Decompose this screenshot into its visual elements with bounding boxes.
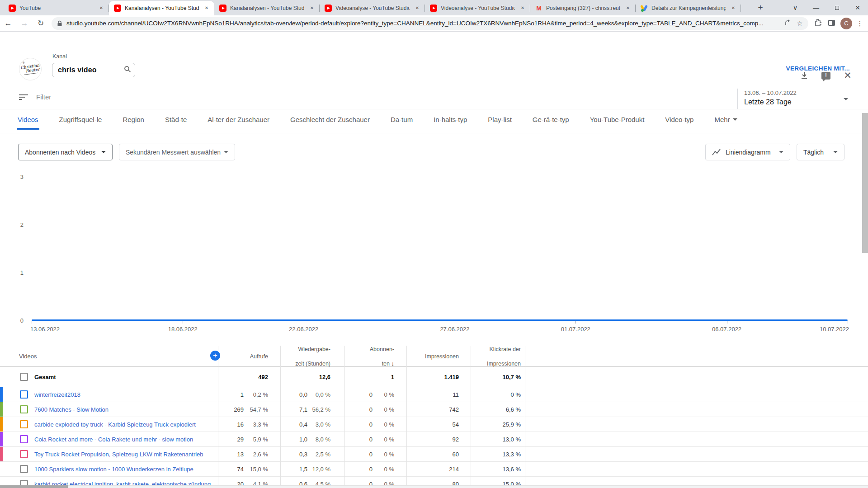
x-axis-label: 22.06.2022 bbox=[289, 326, 318, 333]
tab-video-typ[interactable]: Video-typ bbox=[664, 111, 694, 130]
y-axis-label: 0 bbox=[11, 317, 24, 324]
reload-icon[interactable]: ↻ bbox=[35, 19, 46, 28]
tab-zugriffsquel-le[interactable]: Zugriffsquel-le bbox=[58, 111, 103, 130]
address-bar[interactable]: studio.youtube.com/channel/UCOIw2TX6RNVw… bbox=[52, 17, 808, 30]
horizontal-scrollbar-thumb[interactable] bbox=[0, 485, 68, 488]
tab-st-d-te[interactable]: Städ-te bbox=[164, 111, 188, 130]
video-title-link[interactable]: 1000 Sparklers slow motion - 1000 Wunder… bbox=[34, 466, 193, 473]
video-checkbox[interactable] bbox=[20, 405, 28, 413]
video-checkbox[interactable] bbox=[20, 435, 28, 443]
tab-close-icon[interactable]: ✕ bbox=[203, 5, 210, 12]
tab-mehr[interactable]: Mehr bbox=[713, 111, 738, 130]
video-checkbox[interactable] bbox=[20, 450, 28, 458]
extensions-puzzle-icon[interactable] bbox=[811, 19, 825, 28]
column-header[interactable]: Wiedergabe-zeit (Stunden) bbox=[280, 346, 330, 367]
browser-tab[interactable]: MPosteingang (327) - chriss.reuter✕ bbox=[530, 1, 636, 15]
browser-menu-icon[interactable]: ⋮ bbox=[854, 19, 865, 28]
tab-close-icon[interactable]: ✕ bbox=[519, 5, 526, 12]
channel-search-box[interactable]: chris video bbox=[52, 63, 135, 77]
caret-down-icon bbox=[833, 151, 838, 153]
browser-tab[interactable]: Videoanalyse - YouTube Studio✕ bbox=[425, 1, 530, 15]
video-checkbox[interactable] bbox=[20, 420, 28, 428]
browser-tabs: YouTube✕Kanalanalysen - YouTube Studio✕K… bbox=[4, 0, 741, 15]
tab-geschlecht-der-zuschauer[interactable]: Geschlecht der Zuschauer bbox=[289, 111, 371, 130]
secondary-metric-select[interactable]: Sekundären Messwert auswählen bbox=[119, 144, 235, 160]
tab-close-icon[interactable]: ✕ bbox=[414, 5, 421, 12]
youtube-studio-analytics-page: ! ✕ ® Christian Reuter Kanal chris video… bbox=[0, 32, 868, 488]
share-icon[interactable] bbox=[782, 19, 794, 27]
caret-down-icon bbox=[733, 118, 737, 121]
tab-title: Videoanalyse - YouTube Studio bbox=[441, 5, 515, 11]
gmail-favicon-icon: M bbox=[535, 5, 542, 12]
browser-tab[interactable]: Kanalanalysen - YouTube Studio✕ bbox=[109, 1, 214, 15]
tab-da-tum[interactable]: Da-tum bbox=[390, 111, 414, 130]
tab-play-list[interactable]: Play-list bbox=[487, 111, 513, 130]
granularity-select[interactable]: Täglich bbox=[797, 144, 844, 160]
x-axis-tick bbox=[576, 321, 576, 324]
metric-select[interactable]: Abonnenten nach Videos bbox=[18, 144, 113, 160]
horizontal-scrollbar-track[interactable] bbox=[0, 485, 868, 488]
metric-cell: 7,156,2 % bbox=[280, 402, 330, 417]
table-row: 7600 Matches - Slow Motion26954,7 %7,156… bbox=[0, 402, 868, 417]
tab-videos[interactable]: Videos bbox=[17, 111, 39, 130]
tab-search-icon[interactable]: ∨ bbox=[785, 0, 806, 15]
browser-tab[interactable]: YouTube✕ bbox=[4, 1, 109, 15]
tab-you-tube-produkt[interactable]: You-Tube-Produkt bbox=[589, 111, 646, 130]
x-axis-tick bbox=[32, 321, 32, 324]
y-axis-label: 1 bbox=[11, 269, 24, 276]
compare-with-link[interactable]: VERGLEICHEN MIT... bbox=[786, 65, 850, 72]
videos-column-header[interactable]: Videos bbox=[19, 353, 37, 360]
column-header[interactable]: Aufrufe bbox=[218, 346, 268, 367]
filter-placeholder[interactable]: Filter bbox=[36, 93, 51, 101]
tab-in-halts-typ[interactable]: In-halts-typ bbox=[433, 111, 468, 130]
profile-avatar[interactable]: C bbox=[840, 18, 852, 29]
metric-cell: 0,00,0 % bbox=[280, 387, 330, 402]
back-icon[interactable]: ← bbox=[3, 19, 14, 28]
bookmark-star-icon[interactable]: ☆ bbox=[794, 19, 806, 28]
browser-tab[interactable]: Details zur Kampagnenleistung✕ bbox=[636, 1, 741, 15]
vertical-scrollbar-thumb[interactable] bbox=[862, 113, 868, 253]
chart-type-select[interactable]: Liniendiagramm bbox=[705, 144, 790, 160]
metric-cell: 10,7 % bbox=[471, 367, 521, 387]
video-checkbox[interactable] bbox=[20, 390, 28, 399]
tab-title: YouTube bbox=[19, 5, 94, 11]
tab-close-icon[interactable]: ✕ bbox=[98, 5, 105, 12]
tab-al-ter-der-zuschauer[interactable]: Al-ter der Zuschauer bbox=[207, 111, 270, 130]
video-title-link[interactable]: Cola Rocket and more - Cola Rakete und m… bbox=[34, 436, 193, 443]
x-axis-tick bbox=[304, 321, 304, 324]
series-color-strip bbox=[0, 387, 3, 402]
video-title-link[interactable]: winterfreizeit2018 bbox=[34, 391, 80, 398]
minimize-button[interactable]: — bbox=[806, 0, 826, 15]
x-axis-tick bbox=[455, 321, 455, 324]
tab-ge-r-te-typ[interactable]: Ge-rä-te-typ bbox=[532, 111, 570, 130]
column-header[interactable]: Abonnen-ten ↓ bbox=[344, 346, 394, 367]
forward-icon[interactable]: → bbox=[19, 19, 30, 28]
video-checkbox[interactable] bbox=[20, 373, 28, 381]
browser-tab[interactable]: Kanalanalysen - YouTube Studio✕ bbox=[214, 1, 320, 15]
chart-line-series-abonnenten[interactable] bbox=[32, 319, 848, 321]
video-title-link[interactable]: 7600 Matches - Slow Motion bbox=[34, 406, 108, 413]
tab-close-icon[interactable]: ✕ bbox=[308, 5, 316, 12]
date-range-selector[interactable]: 13.06. – 10.07.2022 Letzte 28 Tage bbox=[737, 89, 797, 109]
metric-cell: 0 % bbox=[471, 387, 521, 402]
metric-cell: 60 bbox=[406, 447, 459, 461]
x-axis-tick bbox=[727, 321, 727, 324]
new-tab-button[interactable]: + bbox=[754, 1, 767, 14]
video-title-link[interactable]: carbide exploded toy truck - Karbid Spie… bbox=[34, 421, 196, 428]
total-label: Gesamt bbox=[34, 374, 56, 380]
tab-close-icon[interactable]: ✕ bbox=[624, 5, 632, 12]
window-close-button[interactable]: ✕ bbox=[847, 0, 868, 15]
lock-icon[interactable] bbox=[57, 20, 62, 27]
restore-button[interactable] bbox=[826, 0, 847, 15]
video-checkbox[interactable] bbox=[20, 465, 28, 473]
add-metric-column-button[interactable]: + bbox=[210, 351, 220, 361]
x-axis-label: 10.07.2022 bbox=[820, 326, 849, 333]
side-panel-icon[interactable] bbox=[825, 19, 838, 27]
column-header[interactable]: Impressionen bbox=[406, 346, 459, 367]
url-text: studio.youtube.com/channel/UCOIw2TX6RNVw… bbox=[66, 20, 782, 27]
browser-tab[interactable]: Videoanalyse - YouTube Studio✕ bbox=[320, 1, 425, 15]
column-header[interactable]: Klickrate derImpressionen bbox=[471, 346, 521, 367]
video-title-link[interactable]: Toy Truck Rocket Propulsion, Spielzeug L… bbox=[34, 451, 203, 458]
tab-close-icon[interactable]: ✕ bbox=[730, 5, 737, 12]
tab-region[interactable]: Region bbox=[122, 111, 145, 130]
